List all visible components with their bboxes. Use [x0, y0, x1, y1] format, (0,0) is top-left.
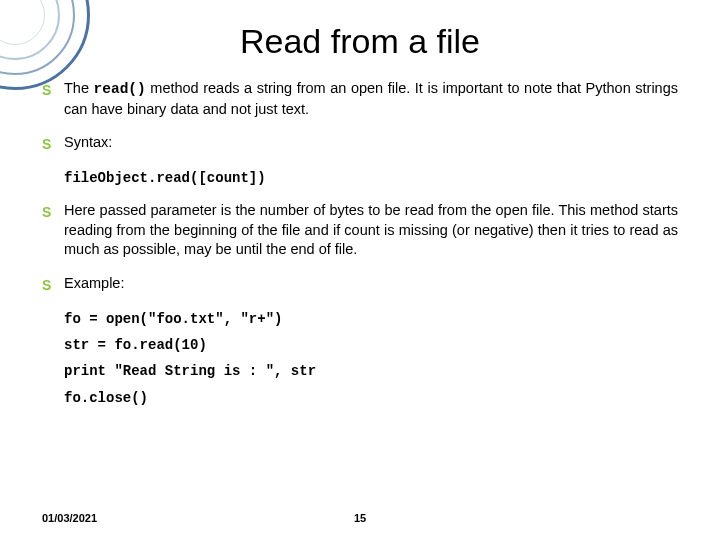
bullet-item: S Here passed parameter is the number of…	[42, 201, 678, 260]
footer-page-number: 15	[354, 512, 366, 524]
bullet-item: S Syntax:	[42, 133, 678, 155]
bullet-marker: S	[42, 274, 64, 296]
code-line: fileObject.read([count])	[64, 169, 678, 187]
bullet-item: S Example:	[42, 274, 678, 296]
bullet-marker: S	[42, 79, 64, 101]
bullet-marker: S	[42, 201, 64, 223]
example-block: fo = open("foo.txt", "r+") str = fo.read…	[64, 310, 678, 407]
slide-content: S The read() method reads a string from …	[0, 79, 720, 407]
text-fragment: method reads a string from an open file.…	[64, 80, 678, 117]
code-line: fo = open("foo.txt", "r+")	[64, 310, 678, 328]
footer-date: 01/03/2021	[42, 512, 97, 524]
bullet-text: The read() method reads a string from an…	[64, 79, 678, 119]
code-line: str = fo.read(10)	[64, 336, 678, 354]
bullet-text: Syntax:	[64, 133, 112, 153]
slide-title: Read from a file	[0, 0, 720, 79]
text-fragment: The	[64, 80, 94, 96]
bullet-text: Example:	[64, 274, 124, 294]
code-line: fo.close()	[64, 389, 678, 407]
bullet-text: Here passed parameter is the number of b…	[64, 201, 678, 260]
bullet-item: S The read() method reads a string from …	[42, 79, 678, 119]
code-line: print "Read String is : ", str	[64, 362, 678, 380]
bullet-marker: S	[42, 133, 64, 155]
syntax-block: fileObject.read([count])	[64, 169, 678, 187]
inline-code: read()	[94, 81, 146, 97]
